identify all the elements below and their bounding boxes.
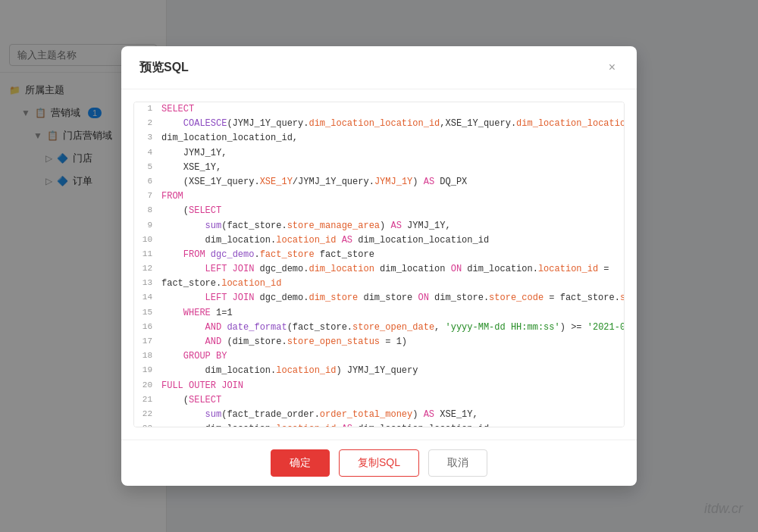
sql-line: 7 FROM bbox=[134, 189, 624, 204]
sql-line: 12 LEFT JOIN dgc_demo.dim_location dim_l… bbox=[134, 262, 624, 277]
sql-line: 5 XSE_1Y, bbox=[134, 161, 624, 175]
modal-close-button[interactable]: × bbox=[606, 58, 619, 77]
sql-line: 18 GROUP BY bbox=[134, 349, 624, 364]
sql-line: 21 (SELECT bbox=[134, 393, 624, 408]
sql-line: 20 FULL OUTER JOIN bbox=[134, 379, 624, 393]
sql-line: 22 sum(fact_trade_order.order_total_mone… bbox=[134, 408, 624, 422]
sql-line: 8 (SELECT bbox=[134, 204, 624, 218]
sql-line: 2 COALESCE(JYMJ_1Y_query.dim_location_lo… bbox=[134, 117, 624, 131]
copy-sql-button[interactable]: 复制SQL bbox=[339, 449, 419, 477]
modal-title: 预览SQL bbox=[139, 60, 189, 76]
confirm-button[interactable]: 确定 bbox=[271, 449, 330, 477]
sql-line: 10 dim_location.location_id AS dim_locat… bbox=[134, 233, 624, 248]
modal-footer: 确定 复制SQL 取消 bbox=[121, 440, 637, 486]
sql-line: 19 dim_location.location_id) JYMJ_1Y_que… bbox=[134, 364, 624, 378]
sql-code-container[interactable]: 1 SELECT 2 COALESCE(JYMJ_1Y_query.dim_lo… bbox=[133, 102, 625, 427]
sql-line: 4 JYMJ_1Y, bbox=[134, 146, 624, 161]
sql-line: 3 dim_location_location_id, bbox=[134, 131, 624, 146]
sql-line: 15 WHERE 1=1 bbox=[134, 306, 624, 321]
modal-header: 预览SQL × bbox=[121, 46, 637, 89]
preview-sql-modal: 预览SQL × 1 SELECT 2 COALESCE(JYMJ_1Y_quer… bbox=[121, 46, 637, 486]
sql-line: 1 SELECT bbox=[134, 102, 624, 117]
sql-line: 13 fact_store.location_id bbox=[134, 277, 624, 291]
sql-line: 9 sum(fact_store.store_manage_area) AS J… bbox=[134, 219, 624, 233]
modal-body: 1 SELECT 2 COALESCE(JYMJ_1Y_query.dim_lo… bbox=[121, 89, 637, 440]
sql-line: 11 FROM dgc_demo.fact_store fact_store bbox=[134, 248, 624, 262]
cancel-button[interactable]: 取消 bbox=[428, 449, 487, 477]
sql-line: 6 (XSE_1Y_query.XSE_1Y/JYMJ_1Y_query.JYM… bbox=[134, 175, 624, 189]
sql-line: 16 AND date_format(fact_store.store_open… bbox=[134, 321, 624, 335]
sql-line: 23 dim_location.location_id AS dim_locat… bbox=[134, 422, 624, 427]
sql-line: 17 AND (dim_store.store_open_status = 1) bbox=[134, 335, 624, 349]
sql-line: 14 LEFT JOIN dgc_demo.dim_store dim_stor… bbox=[134, 291, 624, 305]
modal-overlay: 预览SQL × 1 SELECT 2 COALESCE(JYMJ_1Y_quer… bbox=[0, 0, 758, 532]
